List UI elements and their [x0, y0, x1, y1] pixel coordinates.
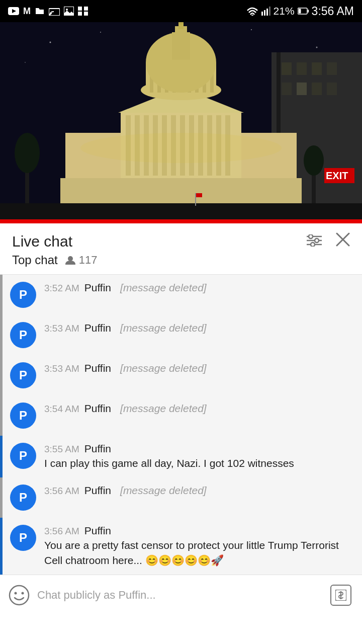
live-chat-header: Live chat Top chat: [0, 223, 362, 275]
capitol-building-image: EXIT: [0, 22, 362, 223]
svg-rect-31: [327, 62, 337, 75]
chat-message: P3:56 AMPuffinYou are a pretty fast cens…: [0, 518, 362, 575]
dollar-sign-icon: [335, 590, 346, 601]
svg-rect-17: [298, 9, 301, 14]
live-chat-title: Live chat: [12, 233, 72, 250]
chat-message: P3:54 AMPuffin[message deleted]: [0, 395, 362, 436]
message-time: 3:56 AM: [44, 486, 79, 497]
svg-point-23: [316, 47, 318, 48]
svg-rect-35: [327, 83, 337, 95]
message-body: You are a pretty fast censor to protect …: [44, 538, 352, 568]
svg-rect-13: [266, 9, 268, 16]
battery-percent: 21%: [274, 5, 295, 17]
chat-message: P3:52 AMPuffin[message deleted]: [0, 275, 362, 315]
message-meta: 3:54 AMPuffin[message deleted]: [44, 403, 352, 415]
message-content: 3:56 AMPuffin[message deleted]: [44, 485, 352, 498]
svg-point-91: [15, 592, 17, 595]
svg-rect-70: [172, 32, 190, 60]
svg-point-90: [10, 586, 29, 605]
message-content: 3:53 AMPuffin[message deleted]: [44, 322, 352, 335]
avatar: P: [10, 525, 36, 551]
message-time: 3:53 AM: [44, 363, 79, 374]
message-time: 3:53 AM: [44, 323, 79, 334]
chat-messages-list: P3:52 AMPuffin[message deleted]P3:53 AMP…: [0, 275, 362, 575]
close-icon: [336, 232, 350, 247]
youtube-progress-bar: [0, 219, 362, 223]
message-author: Puffin: [84, 282, 111, 294]
chat-message: P3:56 AMPuffin[message deleted]: [0, 477, 362, 518]
svg-rect-29: [297, 62, 307, 75]
m-app-icon: M: [23, 6, 31, 17]
svg-rect-33: [297, 83, 307, 95]
sliders-icon: [307, 234, 322, 247]
emoji-button[interactable]: [8, 584, 30, 606]
filter-button[interactable]: [307, 233, 322, 250]
message-time: 3:54 AM: [44, 404, 79, 415]
svg-rect-32: [282, 83, 292, 95]
svg-rect-6: [78, 7, 82, 11]
chat-message: P3:53 AMPuffin[message deleted]: [0, 315, 362, 355]
svg-point-82: [309, 234, 313, 238]
youtube-icon: [8, 7, 19, 15]
message-meta: 3:56 AMPuffin[message deleted]: [44, 485, 352, 497]
image-icon: [64, 7, 74, 16]
message-author: Puffin: [84, 485, 111, 497]
folder-icon: [35, 7, 45, 15]
svg-rect-75: [195, 193, 196, 206]
message-content: 3:55 AMPuffinI can play this game all da…: [44, 443, 352, 470]
viewer-count: 117: [79, 254, 98, 267]
svg-rect-8: [78, 12, 82, 16]
person-icon: [65, 256, 76, 265]
chat-input-field[interactable]: Chat publicly as Puffin...: [37, 589, 321, 602]
message-meta: 3:53 AMPuffin[message deleted]: [44, 322, 352, 334]
svg-point-80: [304, 145, 324, 176]
message-content: 3:53 AMPuffin[message deleted]: [44, 362, 352, 375]
message-deleted-text: [message deleted]: [120, 322, 207, 334]
svg-rect-11: [261, 12, 263, 16]
battery-icon: [298, 8, 309, 15]
message-author: Puffin: [84, 443, 111, 455]
svg-rect-7: [84, 7, 88, 11]
svg-point-10: [251, 15, 253, 16]
message-author: Puffin: [84, 362, 111, 374]
message-author: Puffin: [84, 403, 111, 415]
chat-message: P3:53 AMPuffin[message deleted]: [0, 355, 362, 395]
message-deleted-text: [message deleted]: [120, 362, 207, 374]
message-time: 3:55 AM: [44, 444, 79, 455]
svg-point-78: [15, 133, 40, 173]
message-meta: 3:56 AMPuffin: [44, 525, 352, 537]
message-deleted-text: [message deleted]: [120, 403, 207, 415]
chat-input-bar: Chat publicly as Puffin...: [0, 575, 362, 615]
avatar: P: [10, 485, 36, 511]
message-meta: 3:55 AMPuffin: [44, 443, 352, 455]
svg-point-22: [251, 29, 252, 30]
message-meta: 3:53 AMPuffin[message deleted]: [44, 362, 352, 374]
send-message-button[interactable]: [328, 582, 354, 608]
chat-message: P3:55 AMPuffinI can play this game all d…: [0, 436, 362, 477]
avatar: P: [10, 443, 36, 469]
message-time: 3:56 AM: [44, 526, 79, 537]
video-player[interactable]: EXIT: [0, 22, 362, 223]
svg-point-89: [68, 256, 73, 261]
svg-point-5: [66, 9, 68, 11]
svg-rect-28: [282, 62, 292, 75]
avatar: P: [10, 362, 36, 388]
signal-icon: [261, 7, 270, 16]
grid-icon: [78, 7, 88, 16]
wifi-icon: [246, 7, 258, 16]
svg-rect-14: [269, 7, 270, 16]
top-chat-label[interactable]: Top chat: [12, 253, 58, 267]
message-deleted-text: [message deleted]: [120, 282, 207, 294]
close-chat-button[interactable]: [336, 232, 350, 250]
status-time: 3:56 AM: [312, 5, 354, 18]
header-action-icons: [307, 232, 350, 250]
svg-point-19: [50, 42, 51, 43]
status-bar: M: [0, 0, 362, 22]
avatar: P: [10, 282, 36, 308]
svg-rect-30: [312, 62, 322, 75]
message-author: Puffin: [84, 525, 111, 537]
svg-point-86: [311, 243, 315, 247]
svg-rect-12: [264, 10, 265, 16]
message-content: 3:56 AMPuffinYou are a pretty fast censo…: [44, 525, 352, 568]
send-icon: [330, 585, 351, 606]
